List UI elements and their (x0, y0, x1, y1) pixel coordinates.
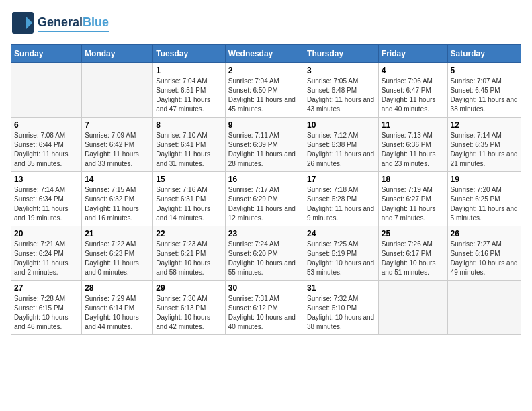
weekday-header: Thursday (304, 45, 379, 63)
calendar-cell: 8Sunrise: 7:10 AMSunset: 6:41 PMDaylight… (153, 118, 225, 172)
day-info: Sunrise: 7:19 AMSunset: 6:27 PMDaylight:… (382, 185, 445, 223)
calendar-cell: 15Sunrise: 7:16 AMSunset: 6:31 PMDayligh… (153, 172, 225, 226)
calendar-cell: 13Sunrise: 7:14 AMSunset: 6:34 PMDayligh… (11, 172, 82, 226)
page-header: GeneralBlue (11, 11, 521, 38)
day-info: Sunrise: 7:28 AMSunset: 6:15 PMDaylight:… (14, 294, 79, 332)
day-info: Sunrise: 7:10 AMSunset: 6:41 PMDaylight:… (156, 131, 222, 169)
day-info: Sunrise: 7:32 AMSunset: 6:10 PMDaylight:… (307, 294, 375, 332)
calendar-cell: 16Sunrise: 7:17 AMSunset: 6:29 PMDayligh… (225, 172, 304, 226)
day-info: Sunrise: 7:04 AMSunset: 6:51 PMDaylight:… (156, 77, 222, 114)
calendar-cell: 31Sunrise: 7:32 AMSunset: 6:10 PMDayligh… (304, 281, 379, 335)
day-number: 31 (307, 283, 375, 293)
calendar-week-row: 1Sunrise: 7:04 AMSunset: 6:51 PMDaylight… (11, 63, 521, 118)
day-info: Sunrise: 7:17 AMSunset: 6:29 PMDaylight:… (228, 185, 301, 223)
calendar-cell: 2Sunrise: 7:04 AMSunset: 6:50 PMDaylight… (225, 63, 304, 118)
calendar-cell: 5Sunrise: 7:07 AMSunset: 6:45 PMDaylight… (447, 63, 521, 118)
day-number: 20 (14, 229, 79, 238)
calendar-cell: 21Sunrise: 7:22 AMSunset: 6:23 PMDayligh… (82, 226, 153, 281)
day-number: 7 (85, 120, 150, 130)
calendar-cell (447, 281, 521, 335)
calendar-cell: 29Sunrise: 7:30 AMSunset: 6:13 PMDayligh… (153, 281, 225, 335)
day-info: Sunrise: 7:22 AMSunset: 6:23 PMDaylight:… (85, 240, 150, 277)
calendar-cell: 23Sunrise: 7:24 AMSunset: 6:20 PMDayligh… (225, 226, 304, 281)
day-info: Sunrise: 7:31 AMSunset: 6:12 PMDaylight:… (228, 294, 301, 332)
weekday-header: Friday (378, 45, 447, 63)
weekday-header: Tuesday (153, 45, 225, 63)
calendar-week-row: 6Sunrise: 7:08 AMSunset: 6:44 PMDaylight… (11, 118, 521, 172)
day-number: 23 (228, 229, 301, 238)
calendar-cell: 25Sunrise: 7:26 AMSunset: 6:17 PMDayligh… (378, 226, 447, 281)
day-number: 22 (156, 229, 222, 238)
day-info: Sunrise: 7:27 AMSunset: 6:16 PMDaylight:… (451, 240, 518, 277)
day-number: 18 (382, 175, 445, 184)
day-number: 29 (156, 283, 222, 293)
logo-text: GeneralBlue (38, 16, 109, 30)
calendar-cell: 17Sunrise: 7:18 AMSunset: 6:28 PMDayligh… (304, 172, 379, 226)
day-number: 30 (228, 283, 301, 293)
calendar-cell: 22Sunrise: 7:23 AMSunset: 6:21 PMDayligh… (153, 226, 225, 281)
calendar-cell: 28Sunrise: 7:29 AMSunset: 6:14 PMDayligh… (82, 281, 153, 335)
day-info: Sunrise: 7:25 AMSunset: 6:19 PMDaylight:… (307, 240, 375, 277)
calendar-cell: 10Sunrise: 7:12 AMSunset: 6:38 PMDayligh… (304, 118, 379, 172)
day-number: 25 (382, 229, 445, 238)
weekday-header: Sunday (11, 45, 82, 63)
calendar-cell (82, 63, 153, 118)
day-number: 24 (307, 229, 375, 238)
day-info: Sunrise: 7:29 AMSunset: 6:14 PMDaylight:… (85, 294, 150, 332)
calendar-cell: 30Sunrise: 7:31 AMSunset: 6:12 PMDayligh… (225, 281, 304, 335)
day-info: Sunrise: 7:23 AMSunset: 6:21 PMDaylight:… (156, 240, 222, 277)
calendar-table: SundayMondayTuesdayWednesdayThursdayFrid… (11, 44, 521, 335)
day-number: 17 (307, 175, 375, 184)
day-info: Sunrise: 7:07 AMSunset: 6:45 PMDaylight:… (451, 77, 518, 114)
calendar-cell: 3Sunrise: 7:05 AMSunset: 6:48 PMDaylight… (304, 63, 379, 118)
day-info: Sunrise: 7:11 AMSunset: 6:39 PMDaylight:… (228, 131, 301, 169)
day-info: Sunrise: 7:15 AMSunset: 6:32 PMDaylight:… (85, 185, 150, 223)
calendar-cell: 19Sunrise: 7:20 AMSunset: 6:25 PMDayligh… (447, 172, 521, 226)
calendar-cell: 26Sunrise: 7:27 AMSunset: 6:16 PMDayligh… (447, 226, 521, 281)
day-number: 9 (228, 120, 301, 130)
day-info: Sunrise: 7:09 AMSunset: 6:42 PMDaylight:… (85, 131, 150, 169)
day-number: 21 (85, 229, 150, 238)
day-info: Sunrise: 7:26 AMSunset: 6:17 PMDaylight:… (382, 240, 445, 277)
calendar-cell (378, 281, 447, 335)
day-number: 8 (156, 120, 222, 130)
day-number: 5 (451, 66, 518, 75)
day-info: Sunrise: 7:05 AMSunset: 6:48 PMDaylight:… (307, 77, 375, 114)
day-number: 27 (14, 283, 79, 293)
day-number: 2 (228, 66, 301, 75)
day-info: Sunrise: 7:06 AMSunset: 6:47 PMDaylight:… (382, 77, 445, 114)
day-number: 19 (451, 175, 518, 184)
calendar-cell: 6Sunrise: 7:08 AMSunset: 6:44 PMDaylight… (11, 118, 82, 172)
day-info: Sunrise: 7:20 AMSunset: 6:25 PMDaylight:… (451, 185, 518, 223)
day-number: 4 (382, 66, 445, 75)
calendar-week-row: 27Sunrise: 7:28 AMSunset: 6:15 PMDayligh… (11, 281, 521, 335)
day-info: Sunrise: 7:21 AMSunset: 6:24 PMDaylight:… (14, 240, 79, 277)
day-number: 10 (307, 120, 375, 130)
calendar-cell (11, 63, 82, 118)
day-number: 16 (228, 175, 301, 184)
calendar-cell: 9Sunrise: 7:11 AMSunset: 6:39 PMDaylight… (225, 118, 304, 172)
weekday-header: Monday (82, 45, 153, 63)
weekday-header: Wednesday (225, 45, 304, 63)
calendar-body: 1Sunrise: 7:04 AMSunset: 6:51 PMDaylight… (11, 63, 521, 335)
weekday-header: Saturday (447, 45, 521, 63)
day-number: 15 (156, 175, 222, 184)
day-info: Sunrise: 7:14 AMSunset: 6:34 PMDaylight:… (14, 185, 79, 223)
calendar-cell: 7Sunrise: 7:09 AMSunset: 6:42 PMDaylight… (82, 118, 153, 172)
day-info: Sunrise: 7:18 AMSunset: 6:28 PMDaylight:… (307, 185, 375, 223)
calendar-cell: 24Sunrise: 7:25 AMSunset: 6:19 PMDayligh… (304, 226, 379, 281)
logo: GeneralBlue (11, 11, 109, 38)
day-info: Sunrise: 7:14 AMSunset: 6:35 PMDaylight:… (451, 131, 518, 169)
calendar-week-row: 20Sunrise: 7:21 AMSunset: 6:24 PMDayligh… (11, 226, 521, 281)
calendar-cell: 27Sunrise: 7:28 AMSunset: 6:15 PMDayligh… (11, 281, 82, 335)
calendar-cell: 11Sunrise: 7:13 AMSunset: 6:36 PMDayligh… (378, 118, 447, 172)
day-number: 11 (382, 120, 445, 130)
day-info: Sunrise: 7:30 AMSunset: 6:13 PMDaylight:… (156, 294, 222, 332)
calendar-cell: 4Sunrise: 7:06 AMSunset: 6:47 PMDaylight… (378, 63, 447, 118)
calendar-cell: 1Sunrise: 7:04 AMSunset: 6:51 PMDaylight… (153, 63, 225, 118)
calendar-week-row: 13Sunrise: 7:14 AMSunset: 6:34 PMDayligh… (11, 172, 521, 226)
calendar-header: SundayMondayTuesdayWednesdayThursdayFrid… (11, 45, 521, 63)
day-number: 6 (14, 120, 79, 130)
day-info: Sunrise: 7:12 AMSunset: 6:38 PMDaylight:… (307, 131, 375, 169)
day-number: 26 (451, 229, 518, 238)
